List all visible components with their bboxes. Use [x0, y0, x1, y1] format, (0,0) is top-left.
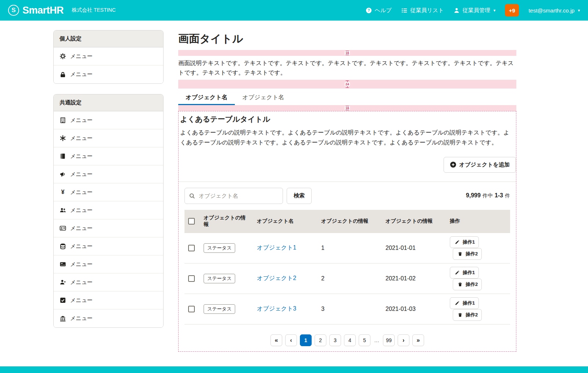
- column-header: オブジェクトの情報: [381, 210, 445, 233]
- object-info: 1: [317, 233, 381, 263]
- sidebar-item-label: メニュー: [70, 315, 93, 322]
- notification-badge[interactable]: +9: [505, 4, 519, 17]
- object-link[interactable]: オブジェクト2: [257, 275, 296, 281]
- sidebar-item-menu[interactable]: ¥ メニュー: [54, 183, 163, 201]
- prev-page-button[interactable]: ‹: [285, 334, 297, 346]
- account-menu[interactable]: test@smarthr.co.jp ▾: [528, 7, 580, 14]
- sidebar-item-label: メニュー: [70, 71, 93, 78]
- delete-action-button[interactable]: 操作2: [453, 279, 482, 290]
- sidebar-item-menu[interactable]: メニュー: [54, 165, 163, 183]
- page-button-4[interactable]: 4: [344, 334, 356, 346]
- employee-admin-nav-item[interactable]: 従業員管理 ▾: [453, 7, 496, 14]
- page-button-5[interactable]: 5: [359, 334, 370, 346]
- sidebar-item-menu[interactable]: メニュー: [54, 273, 163, 291]
- sidebar-item-label: メニュー: [70, 135, 93, 142]
- sidebar-item-menu[interactable]: メニュー: [54, 219, 163, 237]
- chevron-down-icon: ▾: [494, 8, 496, 13]
- common-table-section: よくあるテーブルタイトル よくあるテーブルの説明テキストです。よくあるテーブルの…: [178, 111, 516, 352]
- page-button-3[interactable]: 3: [329, 334, 341, 346]
- object-link[interactable]: オブジェクト3: [257, 305, 296, 312]
- select-all-checkbox[interactable]: [188, 218, 195, 225]
- sidebar-item-label: メニュー: [70, 297, 93, 304]
- sidebar-item-menu[interactable]: メニュー: [54, 147, 163, 165]
- sidebar-item-label: メニュー: [70, 171, 93, 178]
- sidebar-item-menu[interactable]: メニュー: [54, 237, 163, 255]
- employee-list-label: 従業員リスト: [410, 7, 444, 14]
- page-button-1[interactable]: 1: [300, 334, 312, 346]
- page-title: 画面タイトル: [178, 32, 516, 46]
- next-page-button[interactable]: ›: [398, 334, 409, 346]
- row-checkbox[interactable]: [188, 275, 195, 282]
- person-icon: [453, 7, 460, 14]
- building-icon: [60, 117, 66, 123]
- search-section: 検索 9,999 件中 1-3 件: [179, 182, 516, 210]
- sidebar-item-label: メニュー: [70, 53, 93, 60]
- sidebar-section-title: 個人設定: [54, 31, 163, 47]
- object-link[interactable]: オブジェクト1: [257, 244, 296, 251]
- header-nav: ? ヘルプ 従業員リスト 従業員管理 ▾ +9 test@smarthr.co.…: [366, 4, 580, 17]
- employee-list-nav-item[interactable]: 従業員リスト: [401, 7, 444, 14]
- edit-action-button[interactable]: 操作1: [450, 297, 479, 309]
- sidebar-item-menu[interactable]: メニュー: [54, 65, 163, 83]
- chevron-down-icon: ▾: [578, 8, 580, 13]
- sidebar-item-menu[interactable]: メニュー: [54, 111, 163, 129]
- card-icon: [60, 261, 66, 268]
- table-row: ステータス オブジェクト1 1 2021-01-01 操作1 操作2: [184, 233, 510, 263]
- help-nav-item[interactable]: ? ヘルプ: [366, 7, 392, 14]
- page-button-99[interactable]: 99: [383, 334, 395, 346]
- delete-action-button[interactable]: 操作2: [453, 309, 482, 321]
- search-button[interactable]: 検索: [287, 188, 312, 204]
- page-layout: 個人設定 メニュー メニュー 共通設定 メニュー: [0, 21, 588, 366]
- sidebar-section-personal: 個人設定 メニュー メニュー: [53, 30, 164, 84]
- sidebar-item-menu[interactable]: メニュー: [54, 309, 163, 327]
- smarthr-logo-text: SmartHR: [22, 5, 64, 16]
- add-button-row: オブジェクトを追加: [179, 157, 516, 173]
- sidebar-item-label: メニュー: [70, 225, 93, 232]
- asterisk-icon: [60, 135, 66, 141]
- object-info: 3: [317, 294, 381, 324]
- user-plus-icon: [60, 279, 66, 286]
- delete-action-button[interactable]: 操作2: [453, 248, 482, 260]
- plus-circle-icon: [450, 161, 456, 168]
- smarthr-logo[interactable]: S SmartHR: [8, 5, 64, 16]
- pagination: « ‹ 1 2 3 4 5 … 99 › »: [179, 334, 516, 346]
- page-button-2[interactable]: 2: [315, 334, 326, 346]
- search-input[interactable]: [184, 188, 283, 204]
- first-page-button[interactable]: «: [270, 334, 282, 346]
- search-icon: [189, 193, 195, 199]
- tab-object-1[interactable]: オブジェクト名: [178, 89, 235, 105]
- edit-action-button[interactable]: 操作1: [450, 267, 479, 279]
- row-checkbox[interactable]: [188, 245, 195, 251]
- sidebar-item-label: メニュー: [70, 207, 93, 214]
- add-object-button[interactable]: オブジェクトを追加: [444, 157, 516, 173]
- sidebar-item-label: メニュー: [70, 243, 93, 250]
- svg-text:?: ?: [368, 8, 370, 12]
- account-email: test@smarthr.co.jp: [528, 7, 574, 14]
- megaphone-icon: [60, 171, 66, 177]
- sidebar-item-menu[interactable]: メニュー: [54, 47, 163, 65]
- search-box: [184, 188, 283, 204]
- sidebar-item-menu[interactable]: メニュー: [54, 255, 163, 273]
- spacing-annotation-16: 16: [178, 50, 516, 56]
- action-label: 操作1: [463, 239, 475, 245]
- database-icon: [60, 243, 66, 250]
- spacing-annotation-24: 24: [178, 80, 516, 89]
- sidebar-item-label: メニュー: [70, 279, 93, 286]
- last-page-button[interactable]: »: [412, 334, 424, 346]
- sidebar-item-menu[interactable]: メニュー: [54, 291, 163, 309]
- pagination-ellipsis: …: [373, 337, 380, 343]
- sidebar: 個人設定 メニュー メニュー 共通設定 メニュー: [53, 30, 164, 328]
- pencil-icon: [454, 300, 460, 306]
- list-icon: [401, 7, 408, 14]
- object-date: 2021-01-03: [381, 294, 445, 324]
- sidebar-item-menu[interactable]: メニュー: [54, 201, 163, 219]
- row-checkbox[interactable]: [188, 306, 195, 312]
- table-row: ステータス オブジェクト2 2 2021-01-02 操作1 操作2: [184, 263, 510, 294]
- yen-icon: ¥: [60, 189, 66, 196]
- sidebar-item-menu[interactable]: メニュー: [54, 129, 163, 147]
- lock-icon: [60, 71, 66, 78]
- edit-action-button[interactable]: 操作1: [450, 236, 479, 248]
- id-card-icon: [60, 225, 66, 232]
- tab-object-2[interactable]: オブジェクト名: [235, 89, 291, 105]
- sidebar-item-label: メニュー: [70, 117, 93, 124]
